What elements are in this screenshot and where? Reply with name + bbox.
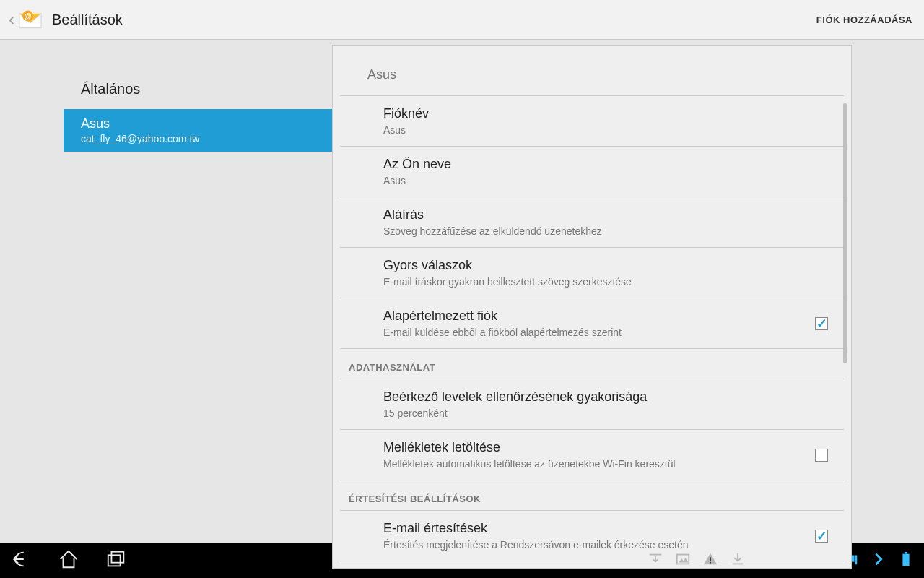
sidebar-account-email: cat_fly_46@yahoo.com.tw <box>81 133 315 144</box>
settings-panel-container: Asus Fióknév Asus Az Ön neve Asus Aláírá… <box>332 40 924 543</box>
svg-text:@: @ <box>25 12 32 20</box>
nav-recent-icon[interactable] <box>105 548 127 573</box>
svg-rect-15 <box>905 552 907 554</box>
back-icon[interactable]: ‹ <box>9 9 14 30</box>
sidebar-item-account[interactable]: Asus cat_fly_46@yahoo.com.tw <box>64 109 332 152</box>
row-title: Fióknév <box>383 106 805 121</box>
row-your-name[interactable]: Az Ön neve Asus <box>340 146 844 197</box>
svg-rect-14 <box>902 554 909 566</box>
row-next-hidden[interactable] <box>340 561 844 568</box>
row-title: Gyors válaszok <box>383 258 805 273</box>
nav-back-icon[interactable] <box>10 548 32 573</box>
row-sub: E-mail küldése ebből a fiókból alapértel… <box>383 327 805 338</box>
row-download-attachments[interactable]: Mellékletek letöltése Mellékletek automa… <box>340 429 844 480</box>
scrollbar[interactable] <box>843 103 847 363</box>
sidebar-general-label: Általános <box>81 81 140 97</box>
email-notifications-checkbox[interactable] <box>815 530 828 543</box>
app-bar: ‹ @ Beállítások FIÓK HOZZÁADÁSA <box>0 0 924 40</box>
row-title: Beérkező levelek ellenőrzésének gyakoris… <box>383 389 805 405</box>
svg-rect-6 <box>650 554 662 556</box>
settings-panel: Asus Fióknév Asus Az Ön neve Asus Aláírá… <box>332 45 852 569</box>
default-account-checkbox[interactable] <box>815 317 828 330</box>
row-sub: Értesítés megjelenítése a Rendszersávon … <box>383 539 805 551</box>
page-title: Beállítások <box>52 12 123 28</box>
row-title: Mellékletek letöltése <box>383 440 805 455</box>
row-account-name[interactable]: Fióknév Asus <box>340 95 844 146</box>
sidebar-item-general[interactable]: Általános <box>64 69 332 109</box>
svg-rect-9 <box>710 557 711 561</box>
row-title: Alapértelmezett fiók <box>383 309 805 324</box>
section-data-usage: ADATHASZNÁLAT <box>340 348 844 379</box>
row-sub: Asus <box>383 124 805 136</box>
section-notifications: ÉRTESÍTÉSI BEÁLLÍTÁSOK <box>340 480 844 511</box>
row-title: Az Ön neve <box>383 157 805 172</box>
nav-home-icon[interactable] <box>58 548 79 573</box>
body: Általános Asus cat_fly_46@yahoo.com.tw A… <box>0 40 924 543</box>
sidebar-account-name: Asus <box>81 116 315 131</box>
download-attachments-checkbox[interactable] <box>815 449 828 462</box>
row-sub: Szöveg hozzáfűzése az elküldendő üzenete… <box>383 225 805 237</box>
svg-rect-13 <box>855 556 858 565</box>
row-title: E-mail értesítések <box>383 521 805 536</box>
row-email-notifications[interactable]: E-mail értesítések Értesítés megjeleníté… <box>340 511 844 561</box>
email-app-icon[interactable]: @ <box>16 5 45 34</box>
svg-marker-8 <box>679 558 688 562</box>
add-account-button[interactable]: FIÓK HOZZÁADÁSA <box>814 9 915 31</box>
svg-rect-10 <box>710 562 711 564</box>
row-default-account[interactable]: Alapértelmezett fiók E-mail küldése ebbő… <box>340 298 844 348</box>
panel-title: Asus <box>333 46 851 95</box>
svg-rect-11 <box>733 564 744 565</box>
row-title: Aláírás <box>383 207 805 223</box>
row-sub: E-mail íráskor gyakran beillesztett szöv… <box>383 276 805 288</box>
svg-rect-5 <box>111 552 123 563</box>
row-inbox-frequency[interactable]: Beérkező levelek ellenőrzésének gyakoris… <box>340 379 844 429</box>
row-sub: Asus <box>383 175 805 186</box>
row-sub: 15 percenként <box>383 407 805 419</box>
battery-icon[interactable] <box>898 551 914 570</box>
row-signature[interactable]: Aláírás Szöveg hozzáfűzése az elküldendő… <box>340 197 844 247</box>
sidebar: Általános Asus cat_fly_46@yahoo.com.tw <box>0 40 332 543</box>
row-sub: Mellékletek automatikus letöltése az üze… <box>383 458 805 470</box>
chevron-right-icon[interactable] <box>871 551 886 570</box>
svg-rect-4 <box>108 555 121 566</box>
row-quick-responses[interactable]: Gyors válaszok E-mail íráskor gyakran be… <box>340 247 844 298</box>
